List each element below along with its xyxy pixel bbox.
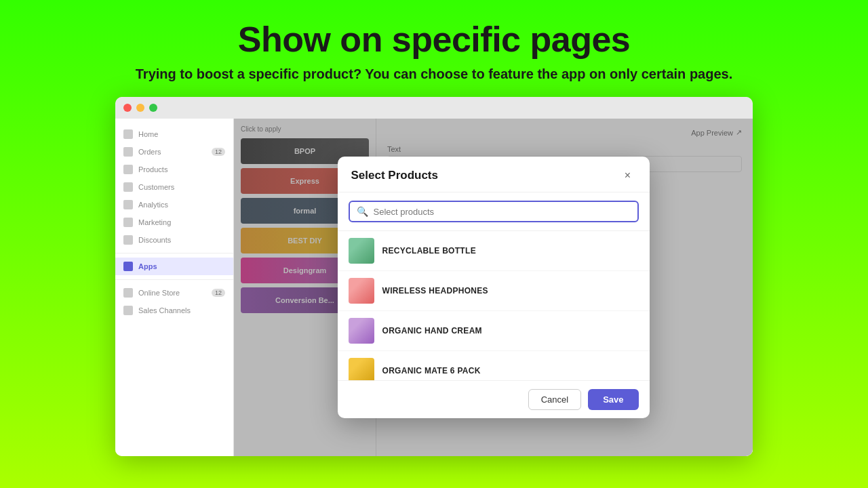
product-item[interactable]: ORGANIC MATE 6 PACK — [338, 351, 650, 380]
modal-header: Select Products × — [338, 157, 650, 192]
product-thumb-headphones — [349, 278, 374, 304]
sidebar-item-products[interactable]: Products — [115, 161, 233, 178]
browser-window: Home Orders 12 Products Customers Analyt… — [115, 97, 753, 456]
home-icon — [123, 129, 133, 139]
hero-title: Show on specific pages — [238, 19, 630, 60]
sidebar-divider-2 — [115, 279, 233, 280]
orders-badge: 12 — [212, 148, 225, 156]
product-item[interactable]: RECYCLABLE BOTTLE — [338, 231, 650, 271]
product-thumb-mate — [349, 358, 374, 380]
sidebar: Home Orders 12 Products Customers Analyt… — [115, 119, 234, 456]
sidebar-divider — [115, 253, 233, 253]
save-button[interactable]: Save — [588, 389, 638, 410]
sidebar-item-label: Sales Channels — [138, 306, 191, 314]
sidebar-item-label: Customers — [138, 183, 174, 191]
browser-titlebar — [115, 97, 753, 119]
browser-dot-yellow[interactable] — [136, 104, 144, 112]
product-name: ORGANIC MATE 6 PACK — [382, 366, 481, 375]
sidebar-item-apps[interactable]: Apps — [115, 258, 233, 275]
search-input[interactable] — [374, 207, 631, 217]
apps-icon — [123, 262, 133, 271]
search-icon: 🔍 — [357, 206, 368, 217]
modal-search-section: 🔍 — [338, 192, 650, 231]
sidebar-item-label: Apps — [138, 262, 157, 270]
product-name: ORGANIC HAND CREAM — [382, 326, 482, 336]
sidebar-item-label: Discounts — [138, 236, 171, 244]
sidebar-item-label: Online Store — [138, 289, 180, 297]
customers-icon — [123, 182, 133, 192]
marketing-icon — [123, 218, 133, 227]
modal-title: Select Products — [351, 169, 439, 182]
sidebar-item-home[interactable]: Home — [115, 125, 233, 143]
browser-dot-red[interactable] — [123, 104, 132, 112]
sidebar-item-sales-channels[interactable]: Sales Channels — [115, 302, 233, 319]
modal-overlay: Select Products × 🔍 R — [234, 119, 753, 456]
discounts-icon — [123, 235, 133, 245]
sidebar-item-label: Analytics — [138, 201, 168, 209]
modal-footer: Cancel Save — [338, 380, 650, 418]
store-icon — [123, 288, 133, 298]
sidebar-item-online-store[interactable]: Online Store 12 — [115, 284, 233, 302]
product-thumb-bottle — [349, 238, 374, 264]
sidebar-item-label: Marketing — [138, 218, 171, 226]
products-icon — [123, 165, 133, 174]
browser-content: Home Orders 12 Products Customers Analyt… — [115, 119, 753, 456]
search-wrapper: 🔍 — [349, 201, 639, 222]
product-name: WIRELESS HEADPHONES — [382, 286, 488, 296]
sidebar-item-analytics[interactable]: Analytics — [115, 196, 233, 214]
orders-icon — [123, 147, 133, 157]
sidebar-item-discounts[interactable]: Discounts — [115, 231, 233, 249]
modal-close-button[interactable]: × — [620, 167, 636, 184]
sidebar-item-orders[interactable]: Orders 12 — [115, 143, 233, 161]
browser-dot-green[interactable] — [149, 104, 157, 112]
product-item[interactable]: ORGANIC HAND CREAM — [338, 311, 650, 351]
sidebar-item-customers[interactable]: Customers — [115, 178, 233, 196]
cancel-button[interactable]: Cancel — [528, 389, 581, 410]
product-thumb-cream — [349, 318, 374, 344]
main-content: Click to apply BPOP Express formal BEST … — [234, 119, 753, 456]
product-item[interactable]: WIRELESS HEADPHONES — [338, 271, 650, 311]
sidebar-item-label: Home — [138, 130, 158, 138]
analytics-icon — [123, 200, 133, 209]
channels-icon — [123, 306, 133, 315]
sidebar-item-label: Products — [138, 165, 167, 174]
sidebar-item-marketing[interactable]: Marketing — [115, 214, 233, 231]
select-products-modal: Select Products × 🔍 R — [338, 157, 650, 418]
store-badge: 12 — [212, 289, 225, 297]
product-list: RECYCLABLE BOTTLE WIRELESS HEADPHONES OR… — [338, 231, 650, 380]
hero-subtitle: Trying to boost a specific product? You … — [136, 66, 733, 82]
product-name: RECYCLABLE BOTTLE — [382, 246, 476, 256]
sidebar-item-label: Orders — [138, 148, 161, 156]
